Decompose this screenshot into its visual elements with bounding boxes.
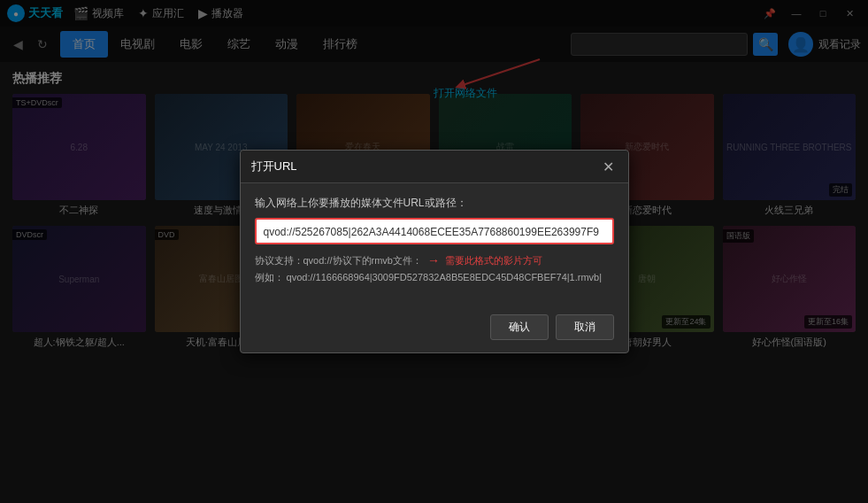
modal-input-wrapper [255, 218, 614, 244]
modal-close-button[interactable]: ✕ [600, 158, 618, 175]
modal-confirm-button[interactable]: 确认 [490, 314, 549, 340]
modal-arrow-icon: → [427, 253, 440, 267]
modal-highlight: 需要此格式的影片方可 [445, 254, 542, 267]
modal-body: 输入网络上你要播放的媒体文件URL或路径： 协议支持：qvod://协议下的rm… [241, 183, 628, 307]
modal-footer: 确认 取消 [241, 307, 628, 352]
modal-overlay: 打开URL ✕ 输入网络上你要播放的媒体文件URL或路径： 协议支持：qvod:… [0, 0, 868, 503]
modal-protocol-note: 协议支持：qvod://协议下的rmvb文件： → 需要此格式的影片方可 [255, 253, 614, 267]
open-url-modal: 打开URL ✕ 输入网络上你要播放的媒体文件URL或路径： 协议支持：qvod:… [240, 150, 629, 353]
modal-header: 打开URL ✕ [241, 151, 628, 183]
modal-input-label: 输入网络上你要播放的媒体文件URL或路径： [255, 196, 614, 211]
modal-url-input[interactable] [264, 226, 605, 238]
modal-cancel-button[interactable]: 取消 [556, 314, 614, 340]
modal-title: 打开URL [251, 159, 297, 174]
modal-example: 例如： qvod://1166668964|3009FD527832A8B5E8… [255, 271, 614, 284]
